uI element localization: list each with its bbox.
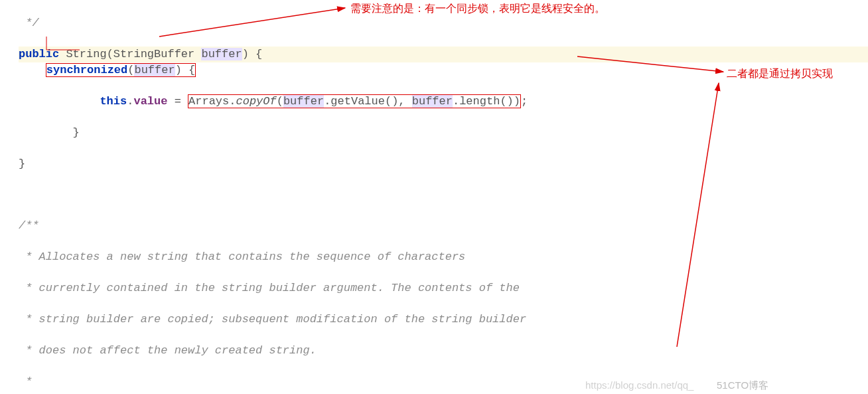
javadoc-line: * string builder are copied; subsequent … bbox=[19, 312, 868, 327]
code-editor: */ public String(StringBuffer buffer) { … bbox=[0, 0, 868, 394]
javadoc-line: /** bbox=[19, 218, 868, 233]
blank bbox=[19, 187, 868, 202]
assignment-1: this.value = Arrays.copyOf(buffer.getVal… bbox=[19, 94, 868, 109]
constructor-stringbuffer-signature: public String(StringBuffer buffer) { bbox=[19, 47, 868, 62]
javadoc-line: * does not affect the newly created stri… bbox=[19, 343, 868, 358]
annotation-top: 需要注意的是：有一个同步锁，表明它是线程安全的。 bbox=[350, 1, 605, 16]
close-brace-2: } bbox=[19, 156, 868, 171]
annotation-right: 二者都是通过拷贝实现 bbox=[727, 66, 833, 81]
comment-close: */ bbox=[19, 15, 868, 31]
watermark-url: https://blog.csdn.net/qq_ bbox=[585, 379, 693, 393]
javadoc-line: * currently contained in the string buil… bbox=[19, 280, 868, 296]
watermark-blog: 51CTO博客 bbox=[717, 379, 768, 393]
close-brace-1: } bbox=[19, 125, 868, 140]
javadoc-line: * Allocates a new string that contains t… bbox=[19, 249, 868, 264]
